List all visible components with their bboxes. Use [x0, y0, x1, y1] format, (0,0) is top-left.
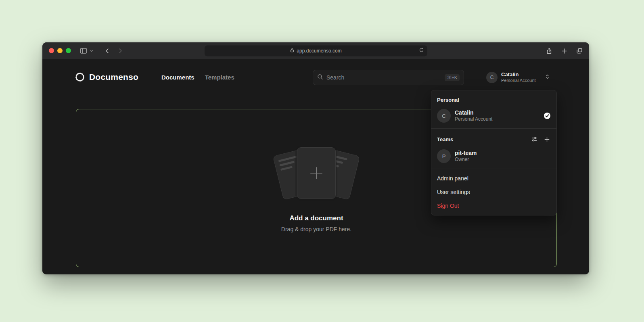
dropzone-title: Add a document: [289, 214, 343, 222]
account-avatar: C: [486, 72, 498, 83]
chevron-down-icon[interactable]: [90, 49, 94, 53]
close-window-button[interactable]: [49, 48, 54, 53]
menu-section-personal: Personal: [431, 93, 556, 106]
manage-teams-icon[interactable]: [530, 135, 538, 143]
nav-item-documents[interactable]: Documents: [161, 74, 194, 81]
app-content: Documenso Documents Templates ⌘+K C: [42, 59, 589, 274]
team-avatar: P: [437, 149, 451, 163]
team-role: Owner: [455, 157, 477, 163]
add-team-icon[interactable]: [543, 136, 551, 143]
chevron-up-down-icon: [545, 73, 550, 82]
menu-item-sign-out[interactable]: Sign Out: [431, 199, 556, 213]
document-card-center: [297, 147, 336, 199]
menu-item-user-settings[interactable]: User settings: [431, 185, 556, 199]
personal-name: Catalin: [455, 109, 492, 116]
account-name: Catalin: [501, 71, 536, 78]
menu-divider: [431, 128, 556, 129]
zoom-window-button[interactable]: [66, 48, 71, 53]
brand-name: Documenso: [89, 72, 138, 82]
team-name: pit-team: [455, 149, 477, 157]
minimize-window-button[interactable]: [57, 48, 63, 53]
menu-section-teams: Teams: [431, 131, 556, 146]
address-bar[interactable]: app.documenso.com: [205, 45, 427, 56]
account-menu-button[interactable]: C Catalin Personal Account: [486, 70, 550, 85]
primary-nav: Documents Templates: [161, 69, 234, 85]
sidebar-toggle-icon[interactable]: [80, 48, 87, 54]
brand: Documenso: [75, 69, 138, 85]
url-text: app.documenso.com: [297, 48, 341, 54]
menu-divider: [431, 169, 556, 169]
reload-icon[interactable]: [419, 48, 424, 54]
forward-button[interactable]: [117, 48, 123, 54]
search-shortcut-badge: ⌘+K: [445, 74, 460, 81]
documents-illustration: [272, 144, 361, 205]
back-button[interactable]: [104, 48, 111, 54]
personal-avatar: C: [437, 109, 451, 123]
account-subtitle: Personal Account: [501, 78, 536, 84]
toolbar-right-actions: [546, 42, 583, 59]
new-tab-icon[interactable]: [561, 48, 567, 54]
menu-item-personal-account[interactable]: C Catalin Personal Account: [431, 106, 556, 126]
check-circle-icon: [544, 112, 551, 119]
desktop-background: app.documenso.com: [0, 0, 644, 322]
tab-overview-icon[interactable]: [576, 48, 583, 54]
browser-toolbar: app.documenso.com: [42, 42, 589, 59]
share-icon[interactable]: [546, 48, 552, 54]
personal-subtitle: Personal Account: [455, 116, 492, 123]
search-icon: [317, 74, 323, 82]
account-dropdown-menu: Personal C Catalin Personal Account: [431, 90, 557, 215]
browser-window: app.documenso.com: [42, 42, 589, 274]
documenso-logo-icon: [75, 72, 85, 82]
search-box[interactable]: ⌘+K: [313, 70, 464, 85]
dropzone-subtitle: Drag & drop your PDF here.: [281, 226, 351, 232]
menu-item-admin-panel[interactable]: Admin panel: [431, 171, 556, 185]
lock-icon: [290, 48, 295, 54]
teams-label: Teams: [437, 136, 453, 142]
search-input[interactable]: [326, 74, 441, 81]
plus-icon: [310, 167, 322, 179]
nav-item-templates[interactable]: Templates: [205, 74, 234, 81]
menu-item-team[interactable]: P pit-team Owner: [431, 146, 556, 166]
window-controls: [49, 48, 71, 53]
